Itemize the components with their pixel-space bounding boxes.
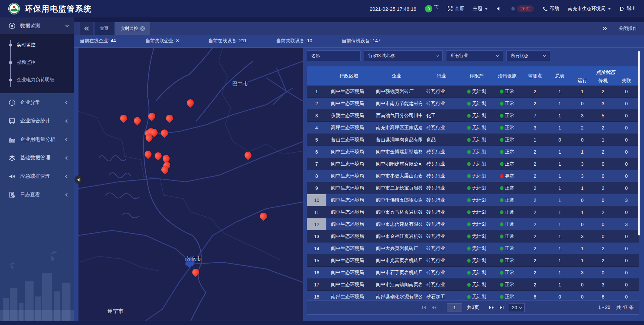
- sidebar-item-power-analysis[interactable]: 企业用电量分析: [0, 130, 74, 149]
- tabs-scroll-left-button[interactable]: [80, 22, 93, 35]
- cell-total-meters: 1: [548, 255, 572, 266]
- prev-page-button[interactable]: [431, 305, 437, 310]
- tab-realtime-monitor[interactable]: 实时监控: [115, 22, 150, 35]
- table-row[interactable]: 12阆中生态环境局阆中市忠信建材有限公砖瓦行业无计划正常21003: [307, 218, 639, 230]
- status-dot-icon: [500, 283, 503, 287]
- table-row[interactable]: 13阆中生态环境局阆中市金福旺页岩机砖砖瓦行业无计划正常21300: [307, 230, 639, 242]
- name-filter-input[interactable]: [311, 53, 356, 58]
- table-row[interactable]: 11阆中生态环境局阆中市五马桥页岩机砖砖瓦行业无计划正常21120: [307, 206, 639, 218]
- tab-home[interactable]: 首页: [95, 22, 114, 35]
- map-pin[interactable]: [146, 134, 153, 141]
- sidebar-section-data-monitor[interactable]: 数据监测: [0, 17, 74, 34]
- table-row[interactable]: 6阆中生态环境局阆中市金博瑞新型墙材砖瓦行业无计划正常21120: [307, 146, 639, 158]
- map-pin[interactable]: [163, 155, 170, 162]
- notifications[interactable]: 2632: [511, 5, 534, 12]
- map-pin[interactable]: [120, 115, 127, 122]
- cell-industry: 化工: [422, 110, 461, 121]
- table-row[interactable]: 3仪陇生态环境局西南油气田分公司川中化工无计划正常71350: [307, 110, 639, 122]
- cell-lost: 0: [613, 170, 639, 182]
- industry-filter-select[interactable]: 所有行业: [446, 50, 503, 61]
- cell-stopped: 2: [593, 122, 613, 133]
- cell-enterprise: 南部县砌化水泥有限公: [371, 291, 422, 300]
- cell-industry: 砖瓦行业: [422, 86, 461, 97]
- stat-stopped-devices: 当前停机设备:147: [342, 38, 380, 44]
- status-filter-select[interactable]: 所有状态: [506, 50, 550, 61]
- map-pin[interactable]: [134, 117, 141, 124]
- table-scrollbar[interactable]: [638, 51, 640, 235]
- sidebar-item-log-view[interactable]: 日志查看: [0, 185, 74, 204]
- close-operations-menu[interactable]: 关闭操作: [619, 25, 637, 32]
- sidebar-item-base-data[interactable]: 基础数据管理: [0, 149, 74, 167]
- page-size-select[interactable]: 20: [509, 303, 525, 312]
- map-pin[interactable]: [260, 213, 267, 220]
- map-pin[interactable]: [155, 152, 162, 159]
- stats-board-icon: [9, 118, 15, 124]
- map-pin[interactable]: [148, 113, 155, 120]
- map-pin[interactable]: [145, 151, 152, 158]
- cell-total-meters: 1: [548, 98, 572, 109]
- sidebar-item-enterprise-abnormal[interactable]: 企业异常: [0, 93, 74, 112]
- status-dot-icon: [467, 138, 471, 142]
- status-dot-icon: [467, 222, 471, 226]
- cell-enterprise: 阆中市忠信建材有限公: [371, 218, 422, 230]
- map-panel[interactable]: 巴中市 南充市 遂宁市: [78, 48, 303, 321]
- map-pin[interactable]: [187, 99, 194, 106]
- table-row[interactable]: 15阆中生态环境局阆中市光富页岩机砖厂砖瓦行业无计划正常21120: [307, 255, 639, 267]
- map-collapse-button[interactable]: [75, 176, 83, 183]
- table-row[interactable]: 18南部生态环境局南部县砌化水泥有限公砂石加工无计划正常60060: [307, 291, 639, 300]
- status-dot-icon: [467, 283, 471, 287]
- sidebar-item-emergency-reduction[interactable]: 应急减排管理: [0, 167, 74, 185]
- theme-menu[interactable]: 主题: [473, 6, 488, 12]
- stat-lost-devices: 当前失联设备:10: [276, 38, 312, 44]
- map-pin[interactable]: [192, 269, 199, 276]
- cell-stopped: 2: [593, 206, 613, 218]
- col-header-region: 行政区域: [326, 66, 371, 86]
- status-dot-icon: [467, 271, 471, 275]
- main-area: 首页 实时监控 关闭操作 当前在线企业:44 当前失联企业:3 当前在线设备:2…: [74, 17, 644, 325]
- table-row[interactable]: 7阆中生态环境局阆中明阳建材有限公司砖瓦行业无计划正常21300: [307, 158, 639, 170]
- map-pin[interactable]: [245, 152, 252, 159]
- table-row[interactable]: 1阆中生态环境局阆中强锐页岩砖厂砖瓦行业无计划正常21120: [307, 86, 639, 98]
- sidebar-item-power-load-detail[interactable]: 企业电力负荷明细: [0, 71, 74, 89]
- cell-region: 仪陇生态环境局: [326, 110, 371, 121]
- table-row[interactable]: 4高坪生态环境局南充市高坪区王家店建砖瓦行业无计划正常31220: [307, 122, 639, 134]
- chevron-down-icon: [519, 306, 522, 309]
- fullscreen-button[interactable]: 全屏: [447, 6, 464, 12]
- help-button[interactable]: 帮助: [543, 6, 559, 12]
- sound-button[interactable]: [496, 6, 502, 11]
- cell-monitor-points: 2: [522, 98, 548, 109]
- cell-facility-status: 正常: [492, 134, 522, 146]
- name-filter-field[interactable]: [307, 50, 361, 61]
- cell-industry: 食品: [422, 134, 461, 146]
- table-row[interactable]: 5营山生态环境局营山县润丰肉食品有限食品无计划正常10010: [307, 134, 639, 146]
- table-row[interactable]: 8阆中生态环境局阆中市枣碧大梁山页岩砖瓦行业无计划异常21300: [307, 170, 639, 182]
- sidebar-item-enterprise-stats[interactable]: 企业综合统计: [0, 112, 74, 130]
- tab-close-icon[interactable]: [140, 26, 145, 31]
- map-pin[interactable]: [161, 129, 168, 137]
- sidebar-item-realtime-monitor[interactable]: 实时监控: [0, 36, 74, 54]
- user-org-menu[interactable]: 南充市生态环境局: [568, 6, 611, 12]
- table-row[interactable]: 16阆中生态环境局阆中市石子页岩机砖厂砖瓦行业无计划正常21300: [307, 267, 639, 279]
- table-row[interactable]: 17阆中生态环境局阆中市江南镇阆南页岩砖瓦行业无计划正常21030: [307, 279, 639, 291]
- cell-running: 2: [572, 122, 593, 133]
- region-filter-select[interactable]: 行政区域名称: [364, 50, 443, 61]
- col-header-running: 运行: [572, 76, 593, 86]
- table-row[interactable]: 2阆中生态环境局阆中市南方节能建材有砖瓦行业无计划正常21030: [307, 98, 639, 110]
- map-pin[interactable]: [166, 115, 173, 122]
- table-row[interactable]: 10阆中生态环境局阆中千佛镇五郎垭页岩砖瓦行业无计划正常21003: [307, 194, 639, 206]
- map-pin[interactable]: [161, 166, 168, 173]
- first-page-button[interactable]: [422, 305, 427, 310]
- cell-facility-status: 正常: [492, 242, 522, 254]
- logout-button[interactable]: 退出: [620, 6, 636, 12]
- page-number-input[interactable]: [447, 303, 462, 312]
- cell-industry: 砖瓦行业: [422, 170, 461, 182]
- tabs-scroll-right-button[interactable]: [602, 26, 607, 31]
- table-row[interactable]: 14阆中生态环境局阆中大兴页岩机砖厂砖瓦行业无计划正常21120: [307, 242, 639, 255]
- table-row[interactable]: 9阆中生态环境局阆中市二龙长宝页岩砖砖瓦行业无计划正常21120: [307, 182, 639, 194]
- sidebar-item-video-monitor[interactable]: 视频监控: [0, 54, 74, 71]
- cell-lost: 0: [613, 146, 639, 158]
- next-page-button[interactable]: [489, 305, 494, 310]
- cell-stopped: 3: [593, 98, 613, 109]
- last-page-button[interactable]: [499, 305, 504, 310]
- status-dot-icon: [500, 295, 503, 299]
